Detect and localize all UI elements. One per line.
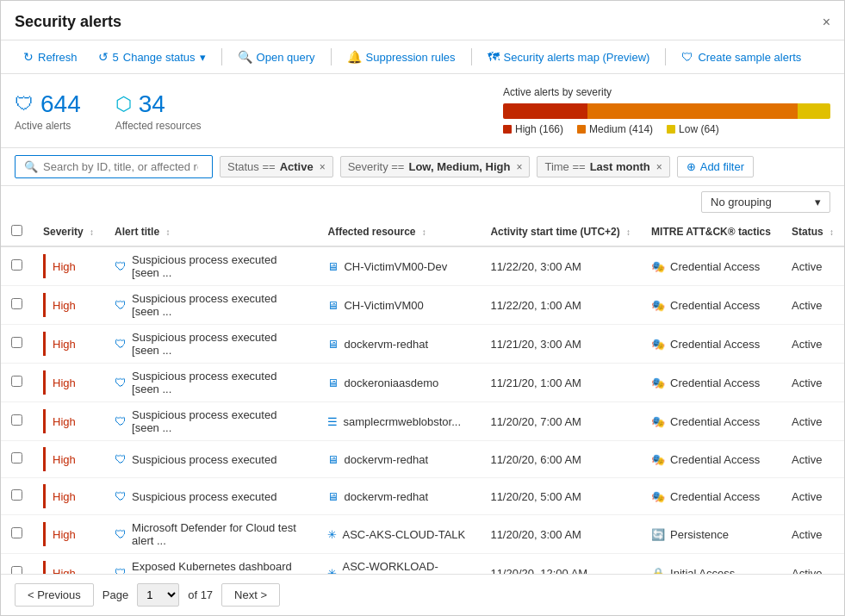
affected-resources-stat: ⬡ 34 Affected resources — [115, 90, 202, 132]
affected-resource-cell: 🖥 CH-VictimVM00 — [317, 286, 480, 325]
status-header[interactable]: Status ↕ — [781, 218, 844, 246]
medium-bar — [587, 103, 798, 119]
table-row[interactable]: High 🛡 Suspicious process executed [seen… — [1, 364, 844, 402]
table-row[interactable]: High 🛡 Suspicious process executed [seen… — [1, 246, 844, 286]
affected-resource-cell: 🖥 dockervm-redhat — [317, 325, 480, 364]
affected-resource-cell: 🖥 dockervm-redhat — [317, 441, 480, 478]
alert-title-header[interactable]: Alert title ↕ — [104, 218, 317, 246]
mitre-tactics-cell: 🔄 Persistence — [641, 515, 781, 554]
shield-icon: 🛡 — [15, 93, 34, 115]
row-checkbox-cell[interactable] — [1, 402, 33, 441]
refresh-button[interactable]: ↻ Refresh — [15, 46, 86, 68]
table-body: High 🛡 Suspicious process executed [seen… — [1, 246, 844, 574]
status-cell: Active — [781, 515, 844, 554]
create-sample-alerts-button[interactable]: 🛡 Create sample alerts — [673, 46, 810, 68]
activity-start-time-cell: 11/20/20, 7:00 AM — [480, 402, 641, 441]
alert-icon: 🛡 — [115, 452, 127, 466]
resource-icon: 🖥 — [327, 453, 339, 466]
row-checkbox[interactable] — [11, 376, 22, 387]
row-checkbox[interactable] — [11, 259, 22, 271]
row-checkbox-cell[interactable] — [1, 246, 33, 286]
chevron-down-icon: ▾ — [815, 196, 821, 208]
legend-high: High (166) — [503, 123, 563, 135]
affected-resource-header[interactable]: Affected resource ↕ — [317, 218, 480, 246]
affected-resource-cell: 🖥 dockeroniaasdemo — [317, 364, 480, 402]
activity-start-time-cell: 11/20/20, 6:00 AM — [480, 441, 641, 478]
security-alerts-map-button[interactable]: 🗺 Security alerts map (Preview) — [479, 46, 659, 68]
suppression-rules-button[interactable]: 🔔 Suppression rules — [339, 46, 464, 68]
change-status-button[interactable]: ↺ 5 Change status ▾ — [90, 46, 214, 68]
alert-title-cell: 🛡 Microsoft Defender for Cloud test aler… — [104, 515, 317, 554]
alerts-table: Severity ↕ Alert title ↕ Affected resour… — [1, 218, 844, 574]
resource-icon: 🖥 — [327, 376, 339, 389]
severity-filter-close[interactable]: × — [516, 161, 522, 173]
row-checkbox[interactable] — [11, 337, 22, 348]
severity-cell: High — [33, 364, 104, 402]
row-checkbox[interactable] — [11, 527, 22, 538]
page-select[interactable]: 1234567891011121314151617 — [137, 583, 179, 607]
previous-button[interactable]: < Previous — [15, 583, 94, 607]
severity-bar — [503, 103, 830, 119]
alert-title-cell: 🛡 Suspicious process executed [seen ... — [104, 325, 317, 364]
table-row[interactable]: High 🛡 Microsoft Defender for Cloud test… — [1, 515, 844, 554]
filter-bar: 🔍 Status == Active × Severity == Low, Me… — [1, 148, 844, 186]
alert-icon: 🛡 — [115, 414, 127, 428]
status-cell: Active — [781, 286, 844, 325]
status-cell: Active — [781, 478, 844, 515]
activity-start-time-header[interactable]: Activity start time (UTC+2) ↕ — [480, 218, 641, 246]
cube-icon: ⬡ — [115, 93, 132, 115]
table-row[interactable]: High 🛡 Suspicious process executed 🖥 doc… — [1, 441, 844, 478]
close-button[interactable]: × — [823, 15, 830, 30]
row-checkbox-cell[interactable] — [1, 515, 33, 554]
row-checkbox-cell[interactable] — [1, 554, 33, 575]
affected-resource-cell: 🖥 dockervm-redhat — [317, 478, 480, 515]
table-row[interactable]: High 🛡 Suspicious process executed 🖥 doc… — [1, 478, 844, 515]
severity-header[interactable]: Severity ↕ — [33, 218, 104, 246]
table-row[interactable]: High 🛡 Suspicious process executed [seen… — [1, 286, 844, 325]
row-checkbox-cell[interactable] — [1, 325, 33, 364]
grouping-dropdown[interactable]: No grouping ▾ — [701, 191, 830, 213]
row-checkbox[interactable] — [11, 566, 22, 574]
severity-cell: High — [33, 515, 104, 554]
row-checkbox[interactable] — [11, 414, 22, 426]
alerts-chart: Active alerts by severity High (166) Med… — [503, 86, 830, 135]
active-alerts-stat: 🛡 644 Active alerts — [15, 90, 81, 132]
severity-cell: High — [33, 441, 104, 478]
search-input[interactable] — [43, 160, 198, 173]
row-checkbox[interactable] — [11, 452, 22, 464]
mitre-tactics-cell: 🎭 Credential Access — [641, 441, 781, 478]
select-all-header[interactable] — [1, 218, 33, 246]
row-checkbox-cell[interactable] — [1, 364, 33, 402]
affected-resource-cell: ☰ samplecrmweblobstor... — [317, 402, 480, 441]
high-dot — [503, 125, 512, 134]
activity-start-time-cell: 11/22/20, 1:00 AM — [480, 286, 641, 325]
legend-medium: Medium (414) — [577, 123, 653, 135]
add-filter-button[interactable]: ⊕ Add filter — [677, 156, 754, 177]
alert-icon: 🛡 — [115, 337, 127, 351]
row-checkbox[interactable] — [11, 298, 22, 309]
search-box[interactable]: 🔍 — [15, 155, 213, 178]
severity-filter-tag: Severity == Low, Medium, High × — [340, 156, 531, 177]
status-filter-close[interactable]: × — [320, 161, 326, 173]
select-all-checkbox[interactable] — [11, 225, 22, 236]
row-checkbox-cell[interactable] — [1, 286, 33, 325]
open-query-icon: 🔍 — [238, 50, 252, 64]
table-row[interactable]: High 🛡 Suspicious process executed [seen… — [1, 325, 844, 364]
mitre-tactics-cell: 🎭 Credential Access — [641, 246, 781, 286]
row-checkbox-cell[interactable] — [1, 441, 33, 478]
next-button[interactable]: Next > — [221, 583, 280, 607]
row-checkbox[interactable] — [11, 489, 22, 501]
toolbar-divider-3 — [471, 48, 472, 65]
open-query-button[interactable]: 🔍 Open query — [229, 46, 324, 68]
mitre-icon: 🔄 — [651, 528, 665, 541]
alert-icon: 🛡 — [115, 527, 127, 541]
row-checkbox-cell[interactable] — [1, 478, 33, 515]
time-filter-close[interactable]: × — [656, 161, 662, 173]
time-filter-tag: Time == Last month × — [537, 156, 669, 177]
severity-sort-icon: ↕ — [90, 227, 94, 237]
table-row[interactable]: High 🛡 Exposed Kubernetes dashboard det.… — [1, 554, 844, 575]
activity-start-time-cell: 11/21/20, 3:00 AM — [480, 325, 641, 364]
window-title: Security alerts — [15, 13, 121, 31]
mitre-icon: 🎭 — [651, 376, 665, 389]
table-row[interactable]: High 🛡 Suspicious process executed [seen… — [1, 402, 844, 441]
